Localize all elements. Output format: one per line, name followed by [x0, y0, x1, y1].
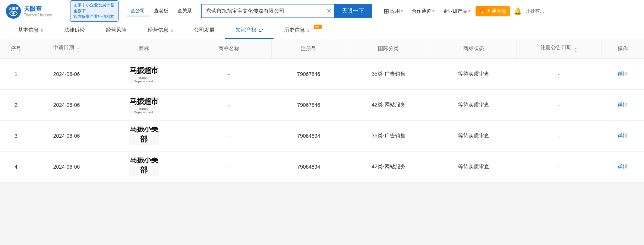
member-button[interactable]: 🔥 开通会员 [476, 6, 510, 16]
cell-seq-1: 2 [0, 90, 32, 121]
cell-action-1: 详情 [602, 90, 644, 121]
tab-search-company[interactable]: 查公司 [126, 6, 149, 16]
nav-apps[interactable]: ⊞ 应用 ▾ [380, 5, 407, 18]
svg-point-3 [12, 12, 15, 15]
detail-link-1[interactable]: 详情 [618, 102, 628, 108]
sort-apply-date-icon: ▲▼ [77, 47, 80, 53]
cell-trademark-name-1: - [186, 90, 271, 121]
trademark-sub-text-1: Maheu Supermarket [129, 107, 159, 114]
cell-trademark-1: 马振超市 Maheu Supermarket [101, 90, 186, 121]
cell-apply-date-1: 2024-06-06 [32, 90, 101, 121]
subnav-basic-info-badge: 8 [41, 28, 43, 32]
vip-badge: VIP [314, 25, 322, 29]
detail-link-2[interactable]: 详情 [618, 133, 628, 139]
trademark-sub-text-3: Maheu Snack Shop [129, 176, 158, 176]
nav-channel[interactable]: 合作通道 ▾ [408, 6, 438, 17]
detail-link-0[interactable]: 详情 [618, 71, 628, 77]
cell-pub-date-1: - [516, 90, 601, 121]
cell-apply-date-0: 2024-06-06 [32, 59, 101, 90]
nav-enterprise-label: 企业级产品 [443, 8, 467, 15]
subnav-risk[interactable]: 经营风险 [95, 22, 137, 39]
cell-action-2: 详情 [602, 121, 644, 152]
subnav-ip-label: 知识产权 [236, 27, 256, 33]
fire-icon: 🔥 [479, 8, 485, 14]
table-row: 2 2024-06-06 马振超市 Maheu Supermarket - 79… [0, 90, 644, 121]
table-row: 3 2024-06-06 马振小美部 Maheu Snack Shop - 79… [0, 121, 644, 152]
more-label[interactable]: 此处有... [525, 8, 544, 15]
trademark-main-text-3: 马振小美部 [129, 158, 159, 175]
apps-chevron-icon: ▾ [401, 9, 403, 13]
search-input[interactable] [202, 5, 323, 17]
nav-apps-label: 应用 [390, 8, 400, 15]
enterprise-chevron-icon: ▾ [468, 9, 470, 13]
subnav-ip-badge: 17 [259, 28, 263, 32]
col-trademark: 商标 [101, 39, 186, 59]
trademark-main-text-1: 马振超市 [130, 96, 158, 106]
cell-status-3: 等待实质审查 [431, 152, 516, 182]
tab-search-relation[interactable]: 查关系 [173, 6, 196, 16]
cell-action-0: 详情 [602, 59, 644, 90]
cell-status-0: 等待实质审查 [431, 59, 516, 90]
subnav-business-info-badge: 6 [171, 28, 173, 32]
logo-icon: 天眼查 [6, 4, 21, 19]
question-icon: ? [311, 28, 313, 33]
trademark-image-2: 马振小美部 Maheu Snack Shop [129, 127, 159, 145]
logo-en: TianYanCha.com [24, 13, 52, 17]
subnav-business-info[interactable]: 经营信息 6 [137, 22, 183, 39]
subnav-history-label: 历史信息 [284, 27, 305, 33]
subnav-development[interactable]: 公司发展 [183, 22, 225, 39]
trademark-main-text-2: 马振小美部 [129, 127, 159, 144]
col-reg-no: 注册号 [271, 39, 346, 59]
nav-items: ⊞ 应用 ▾ 合作通道 ▾ 企业级产品 ▾ 🔥 开通会员 🔔 此处有... [380, 5, 544, 18]
cell-trademark-name-3: - [186, 152, 271, 182]
search-button[interactable]: 天眼一下 [334, 4, 372, 18]
cell-intl-class-2: 35类-广告销售 [346, 121, 431, 152]
col-apply-date[interactable]: 申请日期 ▲▼ [32, 39, 101, 59]
subnav-risk-label: 经营风险 [106, 27, 127, 33]
cell-intl-class-1: 42类-网站服务 [346, 90, 431, 121]
table-row: 1 2024-06-06 马振超市 Maheu Supermarket - 79… [0, 59, 644, 90]
trademark-text-1: 马振超市 Maheu Supermarket [129, 96, 159, 114]
header: 天眼查 天眼查 TianYanCha.com 国家中小企业发展子基金旗下 官方备… [0, 0, 644, 22]
cell-trademark-3: 马振小美部 Maheu Snack Shop [101, 152, 186, 182]
cell-trademark-2: 马振小美部 Maheu Snack Shop [101, 121, 186, 152]
subnav-ip[interactable]: 知识产权 17 [225, 22, 274, 39]
cell-pub-date-0: - [516, 59, 601, 90]
cell-seq-2: 3 [0, 121, 32, 152]
cell-trademark-0: 马振超市 Maheu Supermarket [101, 59, 186, 90]
detail-link-3[interactable]: 详情 [618, 163, 628, 169]
cell-intl-class-0: 35类-广告销售 [346, 59, 431, 90]
cell-seq-0: 1 [0, 59, 32, 90]
subnav-history[interactable]: VIP 历史信息 3 ? [274, 22, 324, 39]
trademark-text-2: 马振小美部 Maheu Snack Shop [129, 127, 159, 145]
sort-pub-date-icon: ▲▼ [574, 47, 577, 53]
trademark-text-0: 马振超市 Maheu Supermarket [129, 66, 159, 83]
col-action: 操作 [602, 39, 644, 59]
col-status: 商标状态 [431, 39, 516, 59]
apps-icon: ⊞ [383, 7, 389, 15]
subnav-basic-info-label: 基本信息 [18, 27, 39, 33]
notification-bell-icon[interactable]: 🔔 [511, 7, 524, 15]
svg-text:天眼查: 天眼查 [8, 7, 19, 10]
subnav-legal-label: 法律诉讼 [64, 27, 85, 33]
subnav-basic-info[interactable]: 基本信息 8 [7, 22, 54, 39]
logo-area: 天眼查 天眼查 TianYanCha.com [6, 4, 66, 19]
channel-chevron-icon: ▾ [432, 9, 434, 13]
table-row: 4 2024-06-06 马振小美部 Maheu Snack Shop - 79… [0, 152, 644, 182]
col-pub-date[interactable]: 注册公告日期 ▲▼ [516, 39, 601, 59]
cell-status-1: 等待实质审查 [431, 90, 516, 121]
tab-search-boss[interactable]: 查老板 [149, 6, 173, 16]
cell-trademark-name-2: - [186, 121, 271, 152]
subnav-legal[interactable]: 法律诉讼 [54, 22, 95, 39]
clear-icon[interactable]: ✕ [323, 7, 334, 15]
search-tabs: 查公司 查老板 查关系 [126, 6, 196, 16]
subnav-history-badge: 3 [307, 28, 309, 32]
trademark-image-3: 马振小美部 Maheu Snack Shop [129, 158, 159, 176]
cell-action-3: 详情 [602, 152, 644, 182]
col-seq: 序号 [0, 39, 32, 59]
cell-intl-class-3: 42类-网站服务 [346, 152, 431, 182]
cell-apply-date-3: 2024-06-06 [32, 152, 101, 182]
trademark-image-1: 马振超市 Maheu Supermarket [129, 96, 159, 114]
trademark-image-0: 马振超市 Maheu Supermarket [129, 65, 159, 83]
nav-enterprise[interactable]: 企业级产品 ▾ [439, 6, 474, 17]
